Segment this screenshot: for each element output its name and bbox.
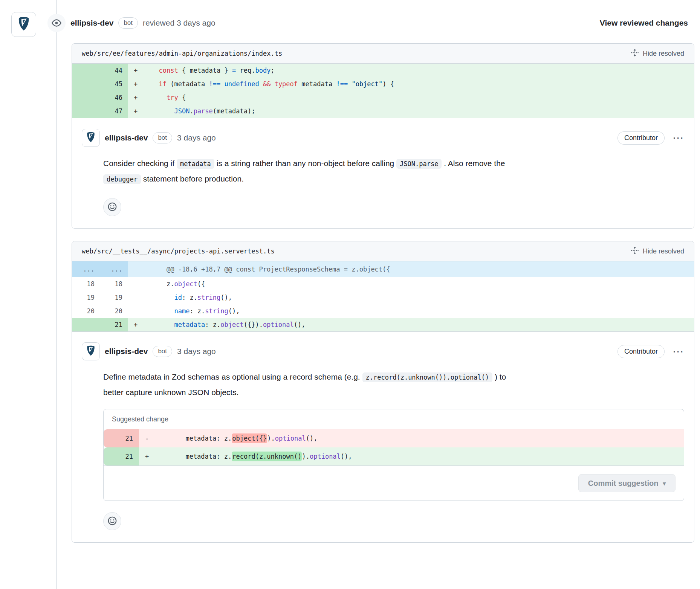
- code-line: metadata: z.object({}).optional(),: [162, 429, 684, 447]
- suggestion-footer: Commit suggestion ▾: [104, 465, 684, 500]
- comment-timestamp[interactable]: 3 days ago: [177, 133, 216, 142]
- diff-block: ...... @@ -18,6 +18,7 @@ const ProjectRe…: [72, 261, 694, 331]
- code-line: JSON.parse(metadata);: [151, 104, 694, 118]
- diff-row: 44+ const { metadata } = req.body;: [72, 64, 694, 77]
- diff-row: 2020 name: z.string(),: [72, 304, 694, 318]
- line-number-old: [72, 104, 100, 118]
- line-number-old: [72, 318, 100, 331]
- line-number-old: 18: [72, 277, 100, 291]
- kebab-menu[interactable]: ⋯: [672, 346, 684, 357]
- file-path-link[interactable]: web/src/ee/features/admin-api/organizati…: [82, 50, 282, 57]
- kebab-menu[interactable]: ⋯: [672, 132, 684, 143]
- line-number-new: 47: [100, 104, 128, 118]
- avatar[interactable]: [11, 12, 36, 37]
- diff-marker: [128, 261, 151, 277]
- hide-resolved-label: Hide resolved: [643, 50, 684, 58]
- line-number-new: 20: [100, 304, 128, 318]
- code-line: metadata: z.object({}).optional(),: [151, 318, 694, 331]
- comment-timestamp[interactable]: 3 days ago: [177, 347, 216, 356]
- hide-resolved-label: Hide resolved: [643, 247, 684, 255]
- review-thread-card-1: web/src/ee/features/admin-api/organizati…: [72, 43, 694, 229]
- comment-author[interactable]: ellipsis-dev: [105, 133, 148, 142]
- file-header: web/src/__tests__/async/projects-api.ser…: [72, 241, 694, 261]
- review-thread-card-2: web/src/__tests__/async/projects-api.ser…: [72, 241, 694, 543]
- bot-badge: bot: [118, 17, 138, 28]
- line-number-new: 21: [100, 318, 128, 331]
- comment-body: Define metadata in Zod schemas as option…: [103, 369, 684, 400]
- comment-author[interactable]: ellipsis-dev: [105, 347, 148, 356]
- line-number-old: 20: [72, 304, 100, 318]
- fold-icon: [631, 49, 639, 59]
- hide-resolved-button[interactable]: Hide resolved: [631, 246, 684, 256]
- hide-resolved-button[interactable]: Hide resolved: [631, 49, 684, 59]
- add-reaction-button[interactable]: [103, 512, 121, 530]
- ellipsis-dev-logo-icon: [84, 344, 97, 359]
- avatar[interactable]: [82, 342, 100, 360]
- line-number-new: 46: [100, 91, 128, 104]
- review-action-text: reviewed 3 days ago: [143, 18, 216, 27]
- commit-suggestion-label: Commit suggestion: [588, 479, 659, 488]
- diff-row: 47+ JSON.parse(metadata);: [72, 104, 694, 118]
- diff-row: 21- metadata: z.object({}).optional(),: [104, 429, 684, 447]
- inline-code: metadata: [177, 159, 214, 169]
- diff-row: ...... @@ -18,6 +18,7 @@ const ProjectRe…: [72, 261, 694, 277]
- diff-row: 21+ metadata: z.record(z.unknown()).opti…: [104, 447, 684, 465]
- review-author[interactable]: ellipsis-dev: [70, 18, 113, 27]
- add-reaction-button[interactable]: [103, 198, 121, 216]
- diff-marker: +: [139, 447, 162, 465]
- bot-badge: bot: [153, 132, 172, 143]
- bot-badge: bot: [153, 346, 172, 357]
- diff-marker: [128, 304, 151, 318]
- ellipsis-dev-logo-icon: [15, 15, 32, 34]
- diff-row: 45+ if (metadata !== undefined && typeof…: [72, 77, 694, 91]
- avatar[interactable]: [82, 129, 100, 147]
- file-path-link[interactable]: web/src/__tests__/async/projects-api.ser…: [82, 247, 275, 255]
- comment-header: ellipsis-dev bot 3 days ago Contributor …: [82, 129, 684, 147]
- review-comment: ellipsis-dev bot 3 days ago Contributor …: [72, 331, 694, 542]
- smiley-icon: [107, 202, 117, 213]
- file-header: web/src/ee/features/admin-api/organizati…: [72, 44, 694, 64]
- diff-marker: +: [128, 318, 151, 331]
- timeline-line: [56, 0, 57, 589]
- suggested-change-diff: 21- metadata: z.object({}).optional(),21…: [104, 429, 684, 465]
- inline-code: JSON.parse: [396, 159, 442, 169]
- line-number-new: ...: [100, 261, 128, 277]
- diff-marker: +: [128, 77, 151, 91]
- ellipsis-dev-logo-icon: [84, 131, 97, 145]
- smiley-icon: [107, 516, 117, 527]
- code-line: @@ -18,6 +18,7 @@ const ProjectResponseS…: [151, 261, 694, 277]
- review-comment: ellipsis-dev bot 3 days ago Contributor …: [72, 118, 694, 228]
- diff-marker: [128, 291, 151, 304]
- pull-request-review: ellipsis-dev bot reviewed 3 days ago Vie…: [0, 0, 700, 589]
- line-number-new: 19: [100, 291, 128, 304]
- line-number-old: [72, 77, 100, 91]
- code-line: if (metadata !== undefined && typeof met…: [151, 77, 694, 91]
- view-reviewed-changes-link[interactable]: View reviewed changes: [600, 18, 688, 27]
- contributor-badge: Contributor: [617, 131, 665, 145]
- diff-marker: [128, 277, 151, 291]
- inline-code: debugger: [103, 174, 141, 184]
- chevron-down-icon: ▾: [663, 481, 666, 486]
- diff-marker: +: [128, 91, 151, 104]
- line-number-new: 18: [100, 277, 128, 291]
- diff-block: 44+ const { metadata } = req.body;45+ if…: [72, 64, 694, 118]
- diff-row: 1818 z.object({: [72, 277, 694, 291]
- code-line: const { metadata } = req.body;: [151, 64, 694, 77]
- line-number-new: 44: [100, 64, 128, 77]
- code-line: z.object({: [151, 277, 694, 291]
- code-line: metadata: z.record(z.unknown()).optional…: [162, 447, 684, 465]
- inline-code: z.record(z.unknown()).optional(): [362, 372, 493, 382]
- eye-icon: [47, 14, 66, 32]
- line-number-new: 45: [100, 77, 128, 91]
- review-header: ellipsis-dev bot reviewed 3 days ago Vie…: [47, 14, 688, 32]
- commit-suggestion-button[interactable]: Commit suggestion ▾: [578, 474, 676, 492]
- line-number-old: 19: [72, 291, 100, 304]
- code-line: name: z.string(),: [151, 304, 694, 318]
- code-line: try {: [151, 91, 694, 104]
- comment-body: Consider checking if metadata is a strin…: [103, 156, 684, 187]
- comment-header: ellipsis-dev bot 3 days ago Contributor …: [82, 342, 684, 360]
- diff-row: 46+ try {: [72, 91, 694, 104]
- diff-row: 1919 id: z.string(),: [72, 291, 694, 304]
- code-line: id: z.string(),: [151, 291, 694, 304]
- suggested-change-block: Suggested change 21- metadata: z.object(…: [103, 409, 684, 501]
